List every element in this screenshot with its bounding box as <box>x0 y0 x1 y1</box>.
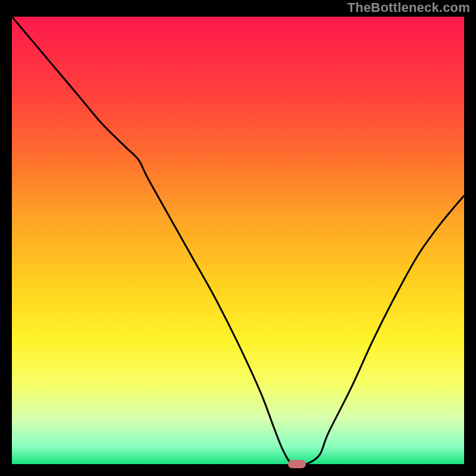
optimal-point-marker <box>288 460 306 468</box>
watermark-text: TheBottleneck.com <box>347 0 470 15</box>
plot-area <box>12 17 464 464</box>
plot-svg <box>12 17 464 464</box>
chart-frame: TheBottleneck.com <box>0 0 476 476</box>
gradient-background <box>12 17 464 464</box>
